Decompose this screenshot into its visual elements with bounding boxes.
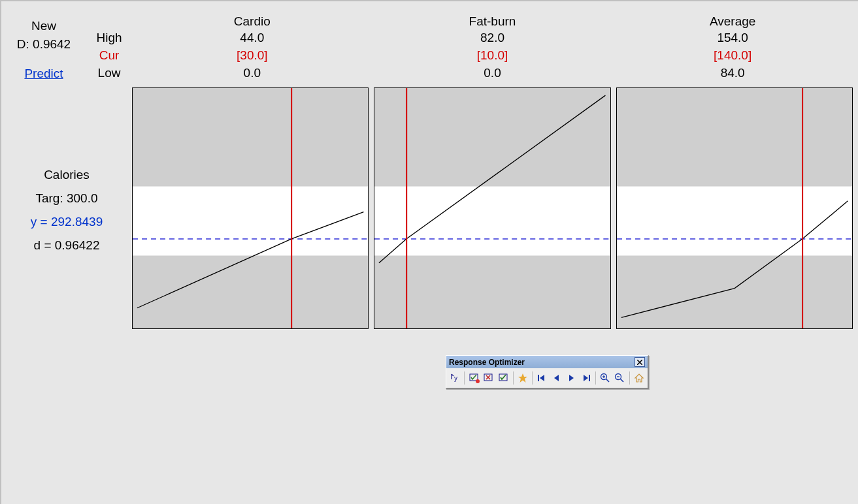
- options-cross-icon[interactable]: [482, 370, 495, 386]
- zoom-in-icon[interactable]: [599, 370, 612, 386]
- separator-icon: [595, 371, 596, 385]
- next-icon[interactable]: [565, 370, 578, 386]
- response-d: d = 0.96422: [1, 234, 132, 257]
- svg-point-8: [476, 379, 480, 383]
- factor-name: Fat-burn: [372, 14, 613, 29]
- label-new: New: [1, 19, 86, 33]
- factor-low: 0.0: [132, 64, 372, 82]
- svg-rect-4: [617, 88, 852, 187]
- separator-icon: [513, 371, 514, 385]
- svg-rect-5: [617, 255, 852, 328]
- y-axis-icon[interactable]: y: [448, 370, 461, 386]
- response-info: Calories Targ: 300.0 y = 292.8439 d = 0.…: [1, 163, 132, 257]
- plot-region: [132, 87, 853, 329]
- response-optimizer-toolbar[interactable]: Response Optimizer y: [446, 355, 649, 389]
- factor-name: Average: [612, 14, 853, 29]
- row-label-low: Low: [86, 64, 132, 82]
- last-icon[interactable]: [579, 370, 592, 386]
- optimization-panel[interactable]: [132, 87, 369, 329]
- factor-column-cardio: Cardio 44.0 [30.0] 0.0: [132, 1, 372, 86]
- factor-low: 84.0: [612, 64, 853, 82]
- svg-rect-11: [538, 375, 539, 381]
- svg-rect-0: [133, 88, 368, 187]
- row-label-cur: Cur: [86, 46, 132, 64]
- svg-rect-1: [133, 255, 368, 328]
- factor-cur[interactable]: [30.0]: [132, 46, 372, 64]
- separator-icon: [629, 371, 630, 385]
- factor-column-fatburn: Fat-burn 82.0 [10.0] 0.0: [372, 1, 613, 86]
- svg-rect-3: [374, 255, 610, 328]
- separator-icon: [532, 371, 533, 385]
- response-y: y = 292.8439: [1, 210, 132, 234]
- options-accept-icon[interactable]: [497, 370, 510, 386]
- svg-line-14: [606, 379, 609, 383]
- factor-cur[interactable]: [10.0]: [372, 46, 613, 64]
- svg-line-18: [621, 379, 624, 383]
- home-icon[interactable]: [633, 370, 646, 386]
- label-composite-d: D: 0.9642: [1, 37, 86, 52]
- factor-high: 82.0: [372, 29, 613, 46]
- svg-rect-2: [374, 88, 610, 187]
- predict-link[interactable]: Predict: [1, 67, 86, 81]
- factor-low: 0.0: [372, 64, 613, 82]
- separator-icon: [464, 371, 465, 385]
- factor-cur[interactable]: [140.0]: [612, 46, 853, 64]
- optimization-panel[interactable]: [374, 87, 610, 329]
- zoom-out-icon[interactable]: [613, 370, 626, 386]
- first-icon[interactable]: [535, 370, 548, 386]
- factor-name: Cardio: [132, 14, 372, 29]
- options-check-icon[interactable]: [467, 370, 480, 386]
- prev-icon[interactable]: [550, 370, 563, 386]
- optimization-panel[interactable]: [616, 87, 853, 329]
- toolbar-title: Response Optimizer: [449, 358, 525, 367]
- svg-rect-12: [589, 375, 590, 381]
- star-icon[interactable]: [516, 370, 529, 386]
- close-icon[interactable]: [635, 357, 645, 367]
- svg-text:y: y: [454, 375, 457, 382]
- factor-high: 44.0: [132, 29, 372, 46]
- factor-high: 154.0: [612, 29, 853, 46]
- row-label-high: High: [86, 29, 132, 46]
- factor-column-average: Average 154.0 [140.0] 84.0: [612, 1, 853, 86]
- response-target: Targ: 300.0: [1, 187, 132, 210]
- response-name: Calories: [1, 163, 132, 187]
